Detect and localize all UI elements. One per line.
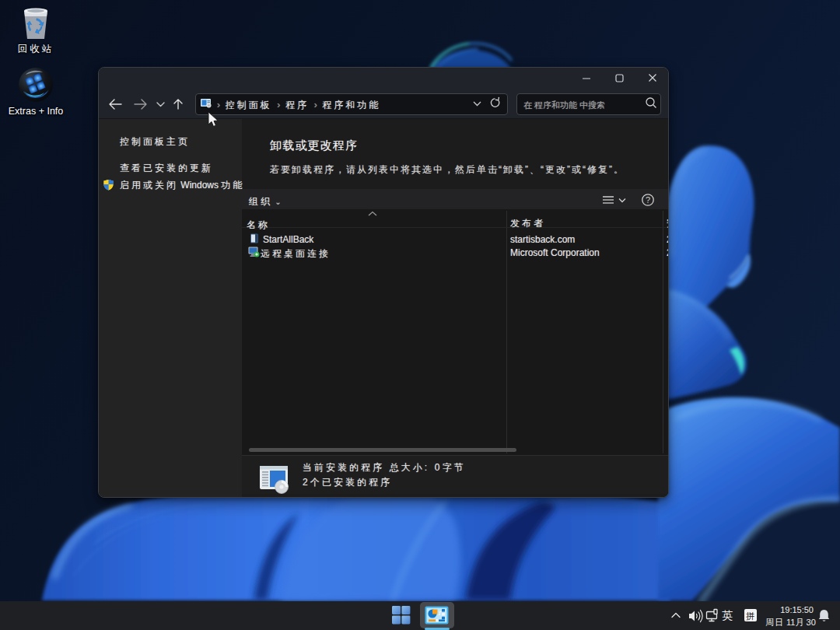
svg-text:?: ? — [646, 195, 650, 205]
